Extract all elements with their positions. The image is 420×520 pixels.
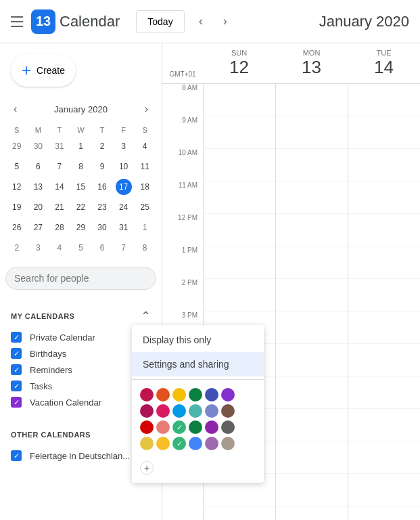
mini-cal-day[interactable]: 14 xyxy=(49,177,70,196)
mini-cal-day[interactable]: 24 xyxy=(114,198,134,217)
next-arrow[interactable]: › xyxy=(214,11,236,32)
color-swatch[interactable] xyxy=(189,437,202,450)
time-slot[interactable] xyxy=(276,409,348,441)
mini-cal-day[interactable]: 31 xyxy=(49,137,70,156)
color-swatch[interactable] xyxy=(205,388,218,402)
search-input[interactable] xyxy=(5,267,156,290)
create-button[interactable]: + Create xyxy=(11,54,76,87)
mini-cal-day[interactable]: 26 xyxy=(7,218,27,237)
mini-cal-day[interactable]: 4 xyxy=(135,137,155,156)
time-slot[interactable] xyxy=(276,181,348,214)
mini-cal-day[interactable]: 29 xyxy=(71,218,91,237)
settings-sharing-item[interactable]: Settings and sharing xyxy=(132,352,264,376)
mini-cal-day[interactable]: 27 xyxy=(28,218,49,237)
mini-cal-day[interactable]: 18 xyxy=(135,177,155,196)
time-slot[interactable] xyxy=(276,344,348,376)
color-swatch[interactable] xyxy=(156,437,170,450)
prev-arrow[interactable]: ‹ xyxy=(190,11,212,32)
color-swatch[interactable] xyxy=(140,388,154,402)
color-swatch[interactable] xyxy=(205,404,218,418)
mini-cal-day[interactable]: 17 xyxy=(114,177,134,196)
mini-cal-day[interactable]: 1 xyxy=(135,218,155,237)
mini-cal-day[interactable]: 8 xyxy=(135,238,155,257)
time-slot[interactable] xyxy=(348,149,420,181)
mini-cal-day[interactable]: 31 xyxy=(114,218,134,237)
time-slot[interactable] xyxy=(348,344,420,376)
mini-cal-day[interactable]: 12 xyxy=(7,177,27,196)
color-swatch[interactable] xyxy=(189,420,202,434)
mini-cal-day[interactable]: 4 xyxy=(49,238,70,257)
calendar-checkbox[interactable]: ✓ xyxy=(11,397,22,408)
mini-cal-day[interactable]: 30 xyxy=(92,218,112,237)
calendar-checkbox[interactable]: ✓ xyxy=(11,364,22,375)
time-slot[interactable] xyxy=(276,279,348,311)
time-slot[interactable] xyxy=(204,116,275,149)
mini-cal-day[interactable]: 11 xyxy=(135,157,155,176)
mini-cal-day[interactable]: 30 xyxy=(28,137,49,156)
color-swatch[interactable] xyxy=(221,420,235,434)
color-swatch[interactable] xyxy=(189,404,202,418)
mini-cal-day[interactable]: 6 xyxy=(28,157,49,176)
time-slot[interactable] xyxy=(348,181,420,214)
mini-cal-day[interactable]: 25 xyxy=(135,198,155,217)
color-swatch[interactable] xyxy=(156,404,170,418)
time-slot[interactable] xyxy=(204,84,275,116)
mini-cal-day[interactable]: 3 xyxy=(28,238,49,257)
calendar-checkbox[interactable]: ✓ xyxy=(11,348,22,359)
color-swatch[interactable] xyxy=(140,404,154,418)
calendar-checkbox[interactable]: ✓ xyxy=(11,381,22,391)
mini-cal-day[interactable]: 19 xyxy=(7,198,27,217)
time-slot[interactable] xyxy=(348,279,420,311)
color-swatch[interactable] xyxy=(221,388,235,402)
mini-cal-day[interactable]: 5 xyxy=(7,157,27,176)
time-slot[interactable] xyxy=(204,246,275,279)
time-slot[interactable] xyxy=(276,116,348,149)
time-slot[interactable] xyxy=(276,474,348,506)
calendar-checkbox[interactable]: ✓ xyxy=(11,450,22,461)
time-slot[interactable] xyxy=(276,246,348,279)
time-slot[interactable] xyxy=(348,376,420,409)
mini-cal-day[interactable]: 7 xyxy=(49,157,70,176)
color-swatch[interactable] xyxy=(172,404,186,418)
add-custom-color[interactable]: + xyxy=(140,461,154,475)
time-slot[interactable] xyxy=(276,149,348,181)
time-slot[interactable] xyxy=(204,214,275,246)
mini-cal-day[interactable]: 2 xyxy=(7,238,27,257)
time-slot[interactable] xyxy=(276,441,348,474)
color-swatch[interactable] xyxy=(221,437,235,450)
color-swatch[interactable] xyxy=(205,437,218,450)
mini-cal-day[interactable]: 23 xyxy=(92,198,112,217)
mini-cal-day[interactable]: 1 xyxy=(71,137,91,156)
time-slot[interactable] xyxy=(348,474,420,506)
mini-cal-day[interactable]: 8 xyxy=(71,157,91,176)
time-slot[interactable] xyxy=(276,311,348,344)
time-slot[interactable] xyxy=(204,279,275,311)
time-slot[interactable] xyxy=(348,246,420,279)
time-slot[interactable] xyxy=(348,409,420,441)
mini-cal-day[interactable]: 5 xyxy=(71,238,91,257)
color-swatch[interactable] xyxy=(189,388,202,402)
mini-cal-day[interactable]: 20 xyxy=(28,198,49,217)
mini-cal-day[interactable]: 9 xyxy=(92,157,112,176)
color-swatch[interactable] xyxy=(156,420,170,434)
mini-cal-day[interactable]: 10 xyxy=(114,157,134,176)
color-swatch[interactable] xyxy=(140,437,154,450)
mini-cal-day[interactable]: 16 xyxy=(92,177,112,196)
mini-cal-day[interactable]: 6 xyxy=(92,238,112,257)
time-slot[interactable] xyxy=(276,214,348,246)
color-swatch[interactable] xyxy=(172,388,186,402)
time-slot[interactable] xyxy=(276,84,348,116)
mini-cal-day[interactable]: 13 xyxy=(28,177,49,196)
time-slot[interactable] xyxy=(348,441,420,474)
color-swatch[interactable] xyxy=(140,420,154,434)
time-slot[interactable] xyxy=(348,84,420,116)
mini-cal-day[interactable]: 21 xyxy=(49,198,70,217)
color-swatch[interactable] xyxy=(221,404,235,418)
mini-cal-day[interactable]: 28 xyxy=(49,218,70,237)
display-only-item[interactable]: Display this only xyxy=(132,328,264,352)
time-slot[interactable] xyxy=(348,311,420,344)
today-button[interactable]: Today xyxy=(136,10,184,33)
mini-cal-prev[interactable]: ‹ xyxy=(11,100,20,118)
mini-cal-day[interactable]: 15 xyxy=(71,177,91,196)
hamburger-menu[interactable] xyxy=(11,16,23,27)
